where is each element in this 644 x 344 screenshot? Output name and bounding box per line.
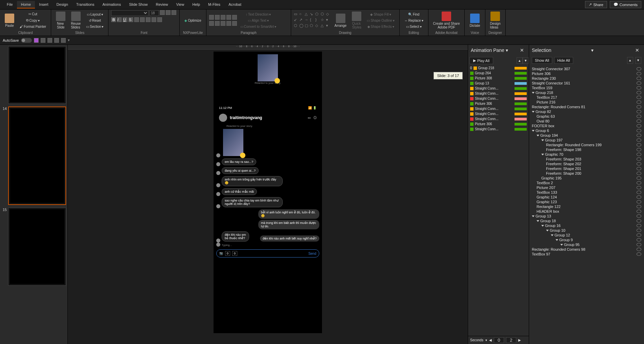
slide-editor[interactable]: · · 10 · · 8 · · 6 · · 4 · · 2 · · 0 · ·…	[68, 45, 468, 344]
selection-item[interactable]: Graphic 124	[532, 195, 641, 199]
save-icon[interactable]	[34, 38, 39, 43]
format-painter-button[interactable]: 🖌 Format Painter	[18, 24, 48, 30]
selection-item[interactable]: Group 95	[532, 242, 641, 247]
visibility-icon[interactable]	[637, 181, 641, 185]
visibility-icon[interactable]	[637, 195, 641, 199]
selection-item[interactable]: TextBox 97	[532, 252, 641, 256]
selection-item[interactable]: Group 18	[532, 218, 641, 223]
selection-item[interactable]: Graphic 63	[532, 114, 641, 119]
selection-item[interactable]: TextBox 133	[532, 190, 641, 195]
animation-item[interactable]: Straight Conn...	[468, 111, 529, 116]
quick-styles-button[interactable]: Quick Styles	[350, 11, 363, 30]
visibility-icon[interactable]	[637, 172, 641, 175]
shape-effects-button[interactable]: ◆ Shape Effects ▾	[365, 24, 396, 30]
align-center-icon[interactable]	[215, 21, 220, 26]
animation-item[interactable]: Straight Conn...	[468, 96, 529, 101]
menu-home[interactable]: Home	[17, 1, 35, 8]
visibility-icon[interactable]	[637, 229, 641, 232]
visibility-icon[interactable]	[637, 219, 641, 223]
indent-dec-icon[interactable]	[221, 15, 225, 20]
clear-format-icon[interactable]	[172, 10, 176, 15]
visibility-icon[interactable]	[637, 91, 641, 94]
decrease-font-icon[interactable]	[166, 10, 170, 15]
close-icon[interactable]: ✕	[518, 47, 526, 54]
selection-item[interactable]: HEADER box	[532, 209, 641, 214]
animation-item[interactable]: Picture 306	[468, 101, 529, 106]
move-down-icon[interactable]: ▾	[635, 57, 641, 64]
slide-thumbnail-panel[interactable]: 14 15	[0, 45, 68, 344]
reuse-slides-button[interactable]: Reuse Slides	[69, 11, 83, 30]
selection-item[interactable]: Graphic 70	[532, 152, 641, 157]
selection-item[interactable]: Rectangle 122	[532, 204, 641, 209]
case-icon[interactable]	[146, 17, 150, 22]
visibility-icon[interactable]	[637, 214, 641, 218]
selection-item[interactable]: Group 9	[532, 237, 641, 242]
visibility-icon[interactable]	[637, 176, 641, 180]
scroll-left-icon[interactable]: ◀	[489, 338, 492, 342]
visibility-icon[interactable]	[637, 110, 641, 113]
strike-icon[interactable]: S	[128, 17, 133, 22]
menu-review[interactable]: Review	[152, 1, 172, 8]
selection-item[interactable]: Group 6	[532, 128, 641, 133]
shapes-gallery[interactable]: ▭○△↘⬠⬡◇ ↙↗→{}☆▾ ⬡◯▢⬠◇△▾	[294, 12, 331, 29]
menu-view[interactable]: View	[172, 1, 188, 8]
selection-item[interactable]: TextBox 217	[532, 95, 641, 100]
arrange-button[interactable]: Arrange	[333, 13, 349, 28]
paste-button[interactable]: Paste	[3, 13, 16, 28]
slide-canvas[interactable]: Reacted to your story. 11:12 PM 📶 🔋 trai…	[214, 52, 322, 333]
animation-item[interactable]: Straight Conn...	[468, 127, 529, 132]
font-family-select[interactable]	[111, 10, 148, 16]
animation-item[interactable]: Picture 306	[468, 121, 529, 127]
expand-icon[interactable]	[537, 135, 539, 136]
layout-button[interactable]: ▭ Layout ▾	[84, 12, 105, 17]
redo-icon[interactable]	[47, 38, 52, 43]
font-color-icon[interactable]	[157, 17, 162, 22]
selection-item[interactable]: Rectangle: Rounded Corners 199	[532, 142, 641, 147]
align-text-button[interactable]: ▭ Align Text ▾	[238, 18, 278, 23]
visibility-icon[interactable]	[637, 233, 641, 237]
indent-inc-icon[interactable]	[226, 15, 231, 20]
expand-icon[interactable]	[541, 225, 544, 227]
visibility-icon[interactable]	[637, 238, 641, 242]
visibility-icon[interactable]	[637, 96, 641, 99]
menu-help[interactable]: Help	[188, 1, 204, 8]
scroll-right-icon[interactable]: ▶	[518, 338, 521, 342]
bold-icon[interactable]: B	[111, 17, 116, 22]
adobe-pdf-button[interactable]: Create and Share Adobe PDF	[431, 11, 462, 30]
comments-button[interactable]: 💬 Comments	[610, 1, 641, 8]
menu-file[interactable]: File	[3, 1, 17, 8]
video-icon[interactable]: ▭	[308, 116, 311, 119]
animation-item[interactable]: Straight Conn...	[468, 116, 529, 121]
visibility-icon[interactable]	[637, 205, 641, 208]
selection-item[interactable]: Freeform: Shape 203	[532, 157, 641, 161]
selection-item[interactable]: Group 218	[532, 90, 641, 95]
selection-item[interactable]: Group 82	[532, 109, 641, 114]
expand-icon[interactable]	[551, 234, 554, 236]
animation-item[interactable]: Straight Conn...	[468, 106, 529, 111]
menu-transitions[interactable]: Transitions	[72, 1, 98, 8]
move-up-icon[interactable]: ▴	[517, 57, 523, 64]
expand-icon[interactable]	[541, 154, 544, 155]
menu-acrobat[interactable]: Acrobat	[224, 1, 245, 8]
menu-insert[interactable]: Insert	[35, 1, 53, 8]
visibility-icon[interactable]	[637, 186, 641, 189]
optimize-button[interactable]: ◆ Optimize	[182, 18, 203, 23]
text-direction-button[interactable]: ↕ Text Direction ▾	[238, 12, 278, 17]
info-icon[interactable]: ⓘ	[314, 116, 317, 120]
dictate-button[interactable]: Dictate	[467, 13, 482, 28]
close-icon[interactable]: ✕	[633, 47, 641, 54]
design-ideas-button[interactable]: Design Ideas	[488, 11, 503, 30]
font-size-input[interactable]	[149, 10, 159, 16]
visibility-icon[interactable]	[637, 153, 641, 156]
play-all-button[interactable]: ▶ Play All	[469, 57, 493, 64]
reset-button[interactable]: ↺ Reset	[84, 18, 105, 23]
visibility-icon[interactable]	[637, 67, 641, 71]
autosave-toggle[interactable]	[21, 38, 32, 43]
menu-slide show[interactable]: Slide Show	[125, 1, 152, 8]
expand-icon[interactable]	[532, 130, 535, 132]
underline-icon[interactable]: U	[123, 17, 127, 22]
selection-item[interactable]: Freeform: Shape 202	[532, 161, 641, 166]
cut-button[interactable]: ✂ Cut	[18, 11, 48, 17]
visibility-icon[interactable]	[637, 224, 641, 227]
selection-item[interactable]: Picture 216	[532, 100, 641, 104]
